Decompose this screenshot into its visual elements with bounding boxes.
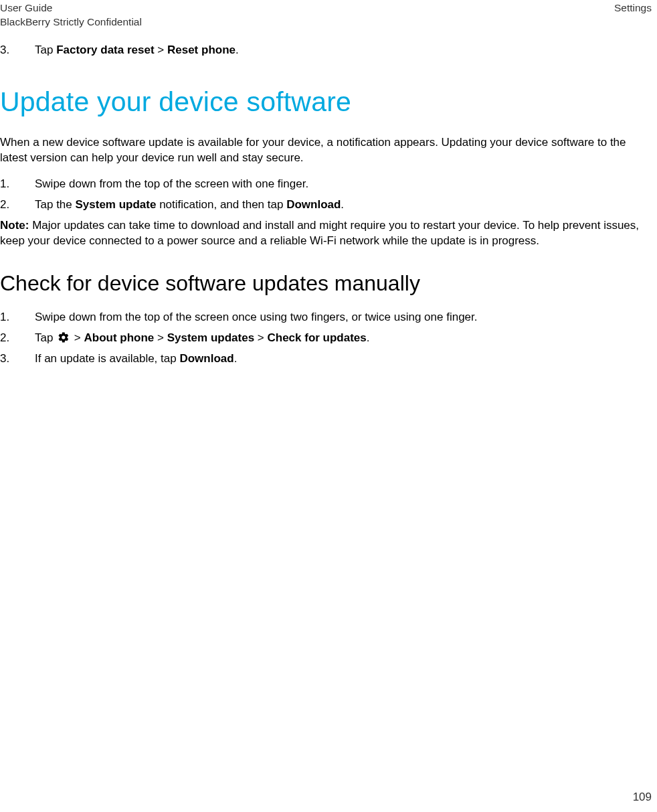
note-label: Note: — [0, 219, 29, 232]
list-item: 2. Tap > About phone > System updates > … — [0, 331, 652, 346]
page-number: 109 — [633, 790, 652, 805]
page-content: 3. Tap Factory data reset > Reset phone.… — [0, 29, 652, 367]
step-text: Swipe down from the top of the screen on… — [35, 310, 652, 325]
list-item: 3. Tap Factory data reset > Reset phone. — [0, 43, 652, 58]
step-number: 2. — [0, 197, 35, 213]
step-number: 1. — [0, 177, 35, 192]
step-number: 1. — [0, 310, 35, 325]
manual-check-steps: 1. Swipe down from the top of the screen… — [0, 310, 652, 367]
intro-paragraph: When a new device software update is ava… — [0, 135, 652, 166]
step-number: 2. — [0, 331, 35, 346]
step-text: Swipe down from the top of the screen wi… — [35, 177, 652, 192]
step-number: 3. — [0, 43, 35, 58]
list-item: 1. Swipe down from the top of the screen… — [0, 177, 652, 192]
header-section: Settings — [614, 1, 652, 15]
step-number: 3. — [0, 351, 35, 367]
step-text: Tap Factory data reset > Reset phone. — [35, 43, 652, 58]
carryover-steps: 3. Tap Factory data reset > Reset phone. — [0, 43, 652, 58]
subsection-heading: Check for device software updates manual… — [0, 269, 652, 298]
step-text: Tap > About phone > System updates > Che… — [35, 331, 652, 346]
header-title: User Guide — [0, 1, 142, 15]
list-item: 3. If an update is available, tap Downlo… — [0, 351, 652, 367]
header-subtitle: BlackBerry Strictly Confidential — [0, 15, 142, 29]
step-text: Tap the System update notification, and … — [35, 197, 652, 213]
settings-icon — [58, 331, 70, 343]
list-item: 1. Swipe down from the top of the screen… — [0, 310, 652, 325]
step-text: If an update is available, tap Download. — [35, 351, 652, 367]
note-text: Major updates can take time to download … — [0, 219, 639, 247]
list-item: 2. Tap the System update notification, a… — [0, 197, 652, 213]
note-paragraph: Note: Major updates can take time to dow… — [0, 218, 652, 249]
update-steps: 1. Swipe down from the top of the screen… — [0, 177, 652, 213]
section-heading: Update your device software — [0, 84, 652, 120]
page-header: User Guide BlackBerry Strictly Confident… — [0, 0, 652, 29]
header-left: User Guide BlackBerry Strictly Confident… — [0, 1, 142, 29]
